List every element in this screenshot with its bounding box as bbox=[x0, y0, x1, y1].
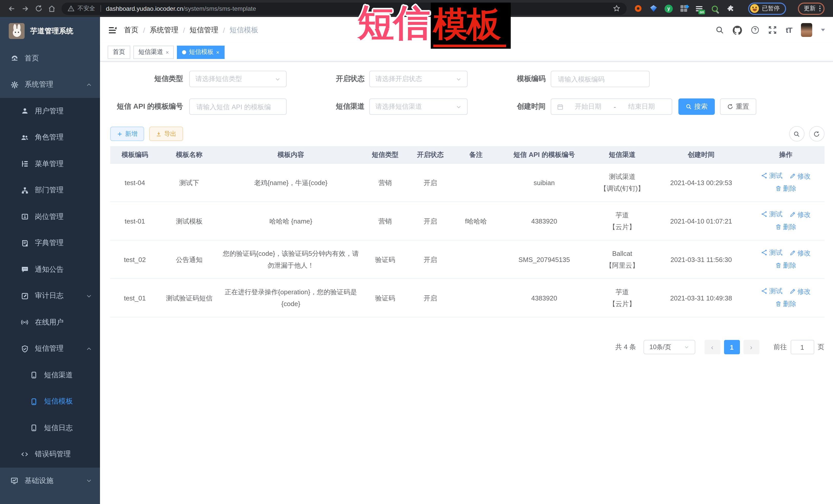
测试-link[interactable]: 测试 bbox=[761, 170, 783, 182]
tab-label: 短信渠道 bbox=[139, 48, 163, 56]
security-warning-label: 不安全 bbox=[77, 5, 95, 12]
reset-button[interactable]: 重置 bbox=[720, 98, 756, 115]
chevron-up-icon bbox=[86, 82, 92, 88]
browser-profile-paused-badge[interactable]: 已暂停 bbox=[748, 2, 786, 15]
修改-link[interactable]: 修改 bbox=[790, 170, 811, 182]
delete-icon bbox=[775, 262, 782, 269]
add-button[interactable]: 新增 bbox=[110, 127, 144, 141]
sidebar-item-label: 短信日志 bbox=[44, 424, 73, 433]
search-icon[interactable] bbox=[716, 26, 724, 34]
orange-ring-extension-icon[interactable] bbox=[634, 4, 643, 13]
refresh-table-button[interactable] bbox=[809, 126, 824, 142]
grid-extension-icon[interactable] bbox=[680, 4, 688, 13]
column-header: 创建时间 bbox=[655, 146, 747, 163]
user-icon bbox=[21, 107, 29, 115]
删除-link[interactable]: 删除 bbox=[775, 298, 796, 310]
tab-短信渠道[interactable]: 短信渠道× bbox=[133, 45, 174, 59]
sidebar-item-短信日志[interactable]: 短信日志 bbox=[0, 415, 100, 441]
修改-link[interactable]: 修改 bbox=[790, 285, 811, 297]
browser-home-icon[interactable] bbox=[45, 2, 58, 15]
close-icon[interactable]: × bbox=[216, 49, 219, 55]
chevron-down-icon[interactable] bbox=[821, 29, 825, 31]
sidebar-item-基础设施[interactable]: 基础设施 bbox=[0, 467, 100, 494]
sidebar-item-短信模板[interactable]: 短信模板 bbox=[0, 388, 100, 415]
sidebar-item-菜单管理[interactable]: 菜单管理 bbox=[0, 151, 100, 177]
status-select[interactable]: 请选择开启状态 bbox=[369, 71, 468, 87]
tab-首页[interactable]: 首页 bbox=[108, 45, 130, 59]
op-label: 测试 bbox=[769, 170, 783, 182]
删除-link[interactable]: 删除 bbox=[775, 259, 796, 271]
sidebar-item-短信管理[interactable]: 短信管理 bbox=[0, 336, 100, 362]
sidebar-collapse-icon[interactable] bbox=[108, 25, 117, 34]
browser-update-button[interactable]: 更新 bbox=[798, 2, 825, 15]
green-y-extension-icon[interactable]: y bbox=[665, 4, 673, 13]
测试-link[interactable]: 测试 bbox=[761, 247, 783, 258]
help-icon[interactable] bbox=[751, 26, 760, 34]
cell-content: 老鸡{name}，牛逼{code} bbox=[219, 163, 362, 202]
app-logo[interactable]: 芋道管理系统 bbox=[0, 17, 100, 45]
测试-link[interactable]: 测试 bbox=[761, 208, 783, 220]
op-label: 删除 bbox=[783, 221, 796, 233]
channel-label: 短信渠道 bbox=[287, 102, 364, 111]
tab-短信模板[interactable]: 短信模板× bbox=[177, 45, 224, 59]
show-search-toggle-button[interactable] bbox=[789, 126, 804, 142]
current-page-button[interactable]: 1 bbox=[724, 340, 740, 354]
sidebar: 芋道管理系统 首页系统管理用户管理角色管理菜单管理部门管理岗位管理字典管理通知公… bbox=[0, 17, 100, 504]
测试-link[interactable]: 测试 bbox=[761, 285, 783, 297]
goto-label: 前往 bbox=[774, 342, 787, 352]
sidebar-item-在线用户[interactable]: 在线用户 bbox=[0, 309, 100, 336]
user-avatar[interactable] bbox=[801, 23, 812, 37]
breadcrumb-item[interactable]: 系统管理 bbox=[150, 25, 178, 34]
sidebar-item-岗位管理[interactable]: 岗位管理 bbox=[0, 203, 100, 230]
prev-page-button[interactable]: ‹ bbox=[704, 340, 720, 354]
refresh-icon bbox=[727, 103, 733, 110]
sidebar-item-短信渠道[interactable]: 短信渠道 bbox=[0, 362, 100, 388]
blue-gem-extension-icon[interactable] bbox=[649, 4, 658, 13]
sidebar-item-系统管理[interactable]: 系统管理 bbox=[0, 72, 100, 98]
删除-link[interactable]: 删除 bbox=[775, 221, 796, 233]
browser-reload-icon[interactable] bbox=[32, 2, 45, 15]
sidebar-item-错误码管理[interactable]: 错误码管理 bbox=[0, 441, 100, 467]
cell-operations: 测试修改删除 bbox=[747, 163, 824, 202]
sidebar-item-label: 短信管理 bbox=[35, 344, 64, 354]
sidebar-item-部门管理[interactable]: 部门管理 bbox=[0, 177, 100, 203]
sidebar-item-审计日志[interactable]: 审计日志 bbox=[0, 283, 100, 309]
test-icon bbox=[761, 172, 768, 179]
template-code-input[interactable] bbox=[557, 75, 644, 83]
page-size-select[interactable]: 10条/页 bbox=[643, 340, 695, 354]
修改-link[interactable]: 修改 bbox=[790, 209, 811, 220]
goto-page-input[interactable] bbox=[790, 340, 814, 354]
sidebar-item-通知公告[interactable]: 通知公告 bbox=[0, 256, 100, 283]
green-magnifier-extension-icon[interactable] bbox=[710, 4, 719, 13]
github-icon[interactable] bbox=[733, 25, 742, 34]
template-code-field[interactable] bbox=[551, 71, 650, 87]
export-button[interactable]: 导出 bbox=[149, 127, 183, 141]
channel-select[interactable]: 请选择短信渠道 bbox=[369, 98, 468, 115]
next-page-button[interactable]: › bbox=[743, 340, 759, 354]
sms-type-select[interactable]: 请选择短信类型 bbox=[189, 71, 287, 87]
api-template-id-field[interactable] bbox=[189, 98, 287, 115]
browser-menu-icon[interactable] bbox=[819, 6, 820, 11]
sidebar-item-字典管理[interactable]: 字典管理 bbox=[0, 230, 100, 256]
修改-link[interactable]: 修改 bbox=[790, 247, 811, 259]
删除-link[interactable]: 删除 bbox=[775, 183, 796, 194]
sidebar-item-用户管理[interactable]: 用户管理 bbox=[0, 98, 100, 124]
table-row: test-04测试下老鸡{name}，牛逼{code}营销开启suibian测试… bbox=[110, 163, 824, 202]
create-time-range-picker[interactable]: 开始日期 - 结束日期 bbox=[551, 98, 672, 115]
breadcrumb-item[interactable]: 短信管理 bbox=[190, 25, 218, 34]
column-header: 短信类型 bbox=[362, 146, 408, 163]
browser-back-icon[interactable] bbox=[5, 2, 19, 15]
search-button[interactable]: 搜索 bbox=[679, 98, 715, 115]
sidebar-item-首页[interactable]: 首页 bbox=[0, 45, 100, 72]
sidebar-item-角色管理[interactable]: 角色管理 bbox=[0, 124, 100, 151]
list-on-extension-icon[interactable]: on bbox=[695, 4, 704, 13]
address-bar[interactable]: 不安全 dashboard.yudao.iocoder.cn/system/sm… bbox=[62, 2, 626, 15]
font-size-icon[interactable]: tT bbox=[786, 26, 792, 34]
breadcrumb-item[interactable]: 首页 bbox=[124, 25, 139, 34]
close-icon[interactable]: × bbox=[166, 49, 169, 55]
api-template-id-input[interactable] bbox=[195, 102, 281, 111]
puzzle-extensions-icon[interactable] bbox=[725, 4, 734, 13]
browser-forward-icon[interactable] bbox=[19, 2, 32, 15]
bookmark-star-icon[interactable] bbox=[613, 5, 620, 12]
fullscreen-icon[interactable] bbox=[768, 26, 777, 34]
